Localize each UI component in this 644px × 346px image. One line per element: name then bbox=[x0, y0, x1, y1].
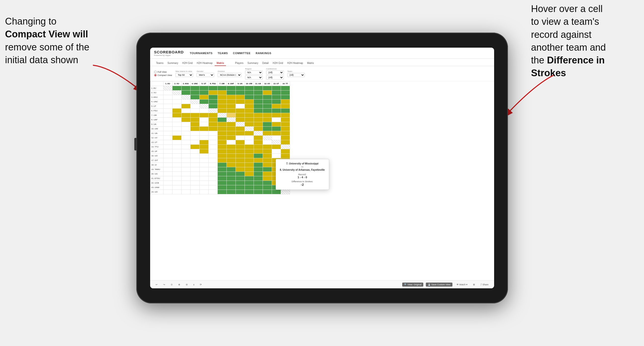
matrix-cell-r6-c6[interactable] bbox=[208, 109, 217, 113]
matrix-cell-r12-c3[interactable] bbox=[181, 136, 190, 140]
matrix-cell-r24-c8[interactable] bbox=[226, 190, 236, 194]
matrix-cell-r2-c3[interactable] bbox=[181, 91, 190, 95]
matrix-cell-r18-c1[interactable] bbox=[163, 163, 172, 167]
matrix-cell-r9-c2[interactable] bbox=[172, 122, 181, 127]
matrix-cell-r13-c8[interactable] bbox=[226, 140, 236, 145]
conference-select-1[interactable]: (All) bbox=[266, 70, 284, 74]
matrix-cell-r14-c2[interactable] bbox=[172, 145, 181, 149]
matrix-cell-r20-c10[interactable] bbox=[245, 172, 254, 176]
matrix-cell-r4-c2[interactable] bbox=[172, 100, 181, 104]
matrix-cell-r12-c1[interactable] bbox=[163, 136, 172, 140]
matrix-cell-r17-c8[interactable] bbox=[226, 158, 236, 163]
matrix-cell-r10-c13[interactable] bbox=[272, 127, 281, 131]
matrix-cell-r5-c2[interactable] bbox=[172, 104, 181, 109]
matrix-cell-r3-c1[interactable] bbox=[163, 95, 172, 100]
matrix-cell-r2-c2[interactable] bbox=[172, 91, 181, 95]
matrix-cell-r7-c12[interactable] bbox=[263, 113, 272, 118]
matrix-cell-r12-c8[interactable] bbox=[226, 136, 236, 140]
matrix-cell-r14-c7[interactable] bbox=[217, 145, 226, 149]
save-custom-button[interactable]: 💾 Save Custom View bbox=[426, 283, 452, 287]
matrix-cell-r3-c10[interactable] bbox=[245, 95, 254, 100]
matrix-cell-r19-c3[interactable] bbox=[181, 167, 190, 172]
matrix-cell-r11-c7[interactable] bbox=[217, 131, 226, 136]
matrix-cell-r24-c9[interactable] bbox=[236, 190, 245, 194]
matrix-cell-r13-c14[interactable] bbox=[281, 140, 290, 145]
sub-nav-h2h-heatmap[interactable]: H2H Heatmap bbox=[195, 61, 214, 66]
matrix-cell-r5-c11[interactable] bbox=[254, 104, 263, 109]
matrix-cell-r24-c3[interactable] bbox=[181, 190, 190, 194]
matrix-cell-r4-c1[interactable] bbox=[163, 100, 172, 104]
matrix-cell-r23-c5[interactable] bbox=[199, 185, 208, 190]
matrix-cell-r4-c8[interactable] bbox=[226, 100, 236, 104]
matrix-cell-r11-c5[interactable] bbox=[199, 131, 208, 136]
matrix-cell-r24-c12[interactable] bbox=[263, 190, 272, 194]
full-view-radio[interactable] bbox=[154, 71, 157, 73]
matrix-cell-r6-c8[interactable] bbox=[226, 109, 236, 113]
matrix-cell-r11-c3[interactable] bbox=[181, 131, 190, 136]
matrix-cell-r1-c6[interactable] bbox=[208, 86, 217, 91]
matrix-cell-r5-c1[interactable] bbox=[163, 104, 172, 109]
matrix-cell-r9-c11[interactable] bbox=[254, 122, 263, 127]
matrix-cell-r19-c6[interactable] bbox=[208, 167, 217, 172]
matrix-cell-r10-c8[interactable] bbox=[226, 127, 236, 131]
matrix-cell-r7-c11[interactable] bbox=[254, 113, 263, 118]
matrix-cell-r15-c2[interactable] bbox=[172, 149, 181, 154]
matrix-cell-r22-c6[interactable] bbox=[208, 181, 217, 185]
matrix-cell-r9-c13[interactable] bbox=[272, 122, 281, 127]
matrix-cell-r21-c12[interactable] bbox=[263, 176, 272, 181]
toolbar-settings[interactable]: ± bbox=[192, 283, 196, 286]
matrix-cell-r4-c7[interactable] bbox=[217, 100, 226, 104]
matrix-cell-r20-c11[interactable] bbox=[254, 172, 263, 176]
matrix-cell-r20-c1[interactable] bbox=[163, 172, 172, 176]
matrix-cell-r23-c4[interactable] bbox=[190, 185, 199, 190]
matrix-cell-r21-c1[interactable] bbox=[163, 176, 172, 181]
matrix-cell-r19-c1[interactable] bbox=[163, 167, 172, 172]
matrix-cell-r7-c10[interactable] bbox=[245, 113, 254, 118]
matrix-cell-r23-c3[interactable] bbox=[181, 185, 190, 190]
matrix-cell-r22-c1[interactable] bbox=[163, 181, 172, 185]
matrix-cell-r15-c6[interactable] bbox=[208, 149, 217, 154]
matrix-cell-r13-c10[interactable] bbox=[245, 140, 254, 145]
matrix-cell-r13-c12[interactable] bbox=[263, 140, 272, 145]
matrix-cell-r1-c14[interactable] bbox=[281, 86, 290, 91]
matrix-cell-r22-c11[interactable] bbox=[254, 181, 263, 185]
matrix-cell-r19-c4[interactable] bbox=[190, 167, 199, 172]
matrix-cell-r24-c4[interactable] bbox=[190, 190, 199, 194]
toolbar-zoom-out[interactable]: ⊖ bbox=[184, 283, 189, 286]
matrix-cell-r2-c12[interactable] bbox=[263, 91, 272, 95]
matrix-cell-r12-c5[interactable] bbox=[199, 136, 208, 140]
matrix-cell-r6-c10[interactable] bbox=[245, 109, 254, 113]
matrix-cell-r21-c6[interactable] bbox=[208, 176, 217, 181]
matrix-cell-r5-c8[interactable] bbox=[226, 104, 236, 109]
conference-select-2[interactable]: (All) bbox=[266, 75, 284, 79]
matrix-cell-r16-c11[interactable] bbox=[254, 154, 263, 158]
matrix-cell-r11-c12[interactable] bbox=[263, 131, 272, 136]
matrix-cell-r3-c13[interactable] bbox=[272, 95, 281, 100]
matrix-cell-r9-c10[interactable] bbox=[245, 122, 254, 127]
matrix-cell-r23-c12[interactable] bbox=[263, 185, 272, 190]
matrix-cell-r10-c9[interactable] bbox=[236, 127, 245, 131]
matrix-cell-r10-c1[interactable] bbox=[163, 127, 172, 131]
matrix-cell-r17-c2[interactable] bbox=[172, 158, 181, 163]
matrix-cell-r2-c4[interactable] bbox=[190, 91, 199, 95]
matrix-cell-r12-c6[interactable] bbox=[208, 136, 217, 140]
sub-nav-h2h-grid-players[interactable]: H2H Grid bbox=[271, 61, 285, 66]
matrix-cell-r8-c12[interactable] bbox=[263, 118, 272, 122]
matrix-cell-r10-c7[interactable] bbox=[217, 127, 226, 131]
matrix-cell-r6-c14[interactable] bbox=[281, 109, 290, 113]
matrix-cell-r9-c14[interactable] bbox=[281, 122, 290, 127]
matrix-cell-r24-c2[interactable] bbox=[172, 190, 181, 194]
matrix-cell-r7-c5[interactable] bbox=[199, 113, 208, 118]
matrix-cell-r11-c1[interactable] bbox=[163, 131, 172, 136]
matrix-cell-r3-c8[interactable] bbox=[226, 95, 236, 100]
matrix-cell-r15-c11[interactable] bbox=[254, 149, 263, 154]
matrix-cell-r1-c12[interactable] bbox=[263, 86, 272, 91]
matrix-cell-r12-c9[interactable] bbox=[236, 136, 245, 140]
matrix-cell-r8-c11[interactable] bbox=[254, 118, 263, 122]
matrix-cell-r14-c6[interactable] bbox=[208, 145, 217, 149]
matrix-cell-r18-c12[interactable] bbox=[263, 163, 272, 167]
matrix-cell-r8-c10[interactable] bbox=[245, 118, 254, 122]
matrix-cell-r6-c5[interactable] bbox=[199, 109, 208, 113]
matrix-cell-r23-c7[interactable] bbox=[217, 185, 226, 190]
matrix-cell-r12-c11[interactable] bbox=[254, 136, 263, 140]
